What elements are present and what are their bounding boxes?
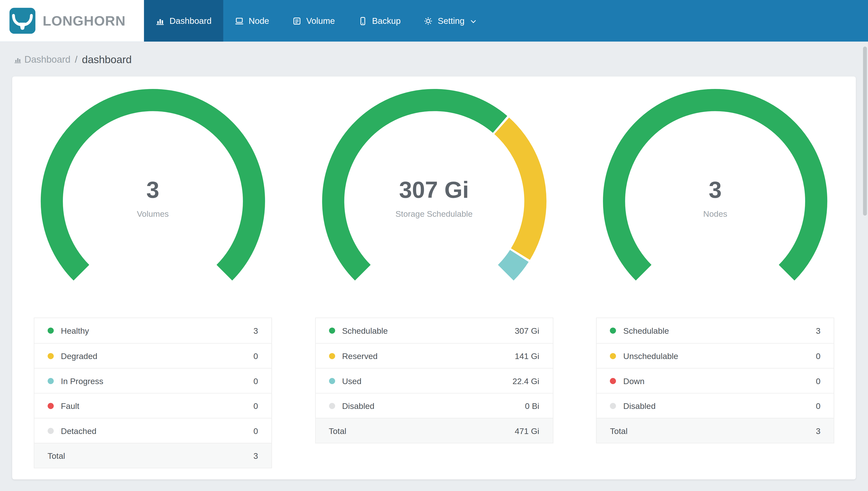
gray-dot [329, 403, 335, 409]
volumes-legend: Healthy3Degraded0In Progress0Fault0Detac… [34, 318, 272, 468]
legend-label: Reserved [342, 351, 515, 360]
disk-icon [292, 17, 301, 25]
chart-column-storage: 307 GiStorage SchedulableSchedulable307 … [293, 85, 575, 468]
legend-row-reserved: Reserved141 Gi [315, 343, 552, 368]
laptop-icon [235, 17, 244, 25]
breadcrumb-current-page: dashboard [82, 54, 132, 66]
storage-center-value: 307 Gi [399, 176, 469, 203]
bar-chart-icon [156, 17, 164, 25]
longhorn-bull-icon [9, 8, 35, 34]
total-value: 471 Gi [515, 426, 539, 435]
legend-label: Unschedulable [623, 351, 816, 360]
legend-value: 3 [816, 326, 820, 335]
total-label: Total [48, 451, 253, 460]
nav-item-backup[interactable]: Backup [347, 0, 412, 41]
breadcrumb-section[interactable]: Dashboard [24, 54, 70, 65]
nav-item-dashboard[interactable]: Dashboard [144, 0, 223, 41]
green-dot [48, 327, 54, 334]
volumes-center: 3Volumes [36, 85, 269, 310]
gray-dot [48, 428, 54, 434]
legend-value: 0 [253, 401, 258, 410]
longhorn-app: LONGHORN DashboardNodeVolumeBackupSettin… [0, 0, 868, 491]
legend-value: 0 [816, 401, 820, 410]
chart-column-volumes: 3VolumesHealthy3Degraded0In Progress0Fau… [12, 85, 293, 468]
legend-label: Degraded [61, 351, 253, 360]
nav-item-volume[interactable]: Volume [281, 0, 347, 41]
legend-row-detached: Detached0 [34, 418, 271, 442]
nodes-center-label: Nodes [703, 209, 727, 218]
legend-label: Healthy [61, 326, 253, 335]
legend-value: 0 [253, 351, 258, 360]
legend-value: 3 [253, 326, 258, 335]
legend-label: Used [342, 376, 513, 385]
gear-icon [424, 17, 433, 25]
red-dot [48, 403, 54, 409]
legend-label: Down [623, 376, 816, 385]
legend-value: 0 [816, 376, 820, 385]
legend-label: In Progress [61, 376, 253, 385]
yellow-dot [610, 353, 616, 359]
storage-legend: Schedulable307 GiReserved141 GiUsed22.4 … [315, 318, 553, 443]
legend-value: 0 [253, 376, 258, 385]
volumes-center-value: 3 [146, 176, 159, 203]
nodes-gauge: 3Nodes [599, 85, 831, 318]
scrollbar-thumb[interactable] [863, 47, 867, 215]
total-label: Total [610, 426, 816, 435]
teal-dot [329, 378, 335, 384]
legend-value: 0 [816, 351, 820, 360]
volumes-gauge: 3Volumes [36, 85, 269, 318]
legend-row-disabled: Disabled0 Bi [315, 393, 552, 418]
storage-center: 307 GiStorage Schedulable [317, 85, 550, 310]
legend-row-total: Total471 Gi [315, 418, 552, 442]
dashboard-card: 3VolumesHealthy3Degraded0In Progress0Fau… [12, 77, 856, 480]
red-dot [610, 378, 616, 384]
nav-item-setting[interactable]: Setting [412, 0, 488, 41]
breadcrumb: Dashboard / dashboard [0, 41, 868, 77]
legend-value: 22.4 Gi [513, 376, 539, 385]
teal-dot [48, 378, 54, 384]
nav-items: DashboardNodeVolumeBackupSetting [144, 0, 488, 41]
brand-link[interactable]: LONGHORN [0, 0, 144, 41]
green-dot [610, 327, 616, 334]
legend-row-fault: Fault0 [34, 393, 271, 418]
legend-row-degraded: Degraded0 [34, 343, 271, 368]
nav-item-label: Node [249, 16, 269, 26]
total-value: 3 [253, 451, 258, 460]
nav-item-label: Volume [306, 16, 335, 26]
legend-value: 141 Gi [515, 351, 539, 360]
legend-row-used: Used22.4 Gi [315, 368, 552, 393]
legend-label: Schedulable [342, 326, 515, 335]
gray-dot [610, 403, 616, 409]
top-navbar: LONGHORN DashboardNodeVolumeBackupSettin… [0, 0, 868, 41]
mobile-icon [358, 17, 367, 25]
legend-value: 307 Gi [515, 326, 539, 335]
green-dot [329, 327, 335, 334]
brand-name: LONGHORN [43, 13, 126, 29]
legend-row-total: Total3 [34, 443, 271, 468]
storage-center-label: Storage Schedulable [396, 209, 472, 218]
legend-row-in-progress: In Progress0 [34, 368, 271, 393]
nav-item-node[interactable]: Node [223, 0, 281, 41]
legend-label: Disabled [623, 401, 816, 410]
storage-gauge: 307 GiStorage Schedulable [317, 85, 550, 318]
legend-label: Detached [61, 426, 253, 435]
breadcrumb-separator: / [75, 54, 78, 65]
total-label: Total [329, 426, 515, 435]
legend-label: Schedulable [623, 326, 816, 335]
nodes-center: 3Nodes [599, 85, 831, 310]
bar-chart-icon [14, 56, 22, 64]
legend-row-healthy: Healthy3 [34, 318, 271, 343]
legend-label: Disabled [342, 401, 525, 410]
legend-row-total: Total3 [597, 418, 834, 442]
legend-row-schedulable: Schedulable3 [597, 318, 834, 343]
chart-column-nodes: 3NodesSchedulable3Unschedulable0Down0Dis… [575, 85, 856, 468]
legend-row-disabled: Disabled0 [597, 393, 834, 418]
total-value: 3 [816, 426, 820, 435]
nodes-center-value: 3 [709, 176, 722, 203]
nav-item-label: Dashboard [169, 16, 212, 26]
legend-row-unschedulable: Unschedulable0 [597, 343, 834, 368]
volumes-center-label: Volumes [137, 209, 169, 218]
yellow-dot [329, 353, 335, 359]
nav-item-label: Setting [438, 16, 464, 26]
nodes-legend: Schedulable3Unschedulable0Down0Disabled0… [596, 318, 834, 443]
